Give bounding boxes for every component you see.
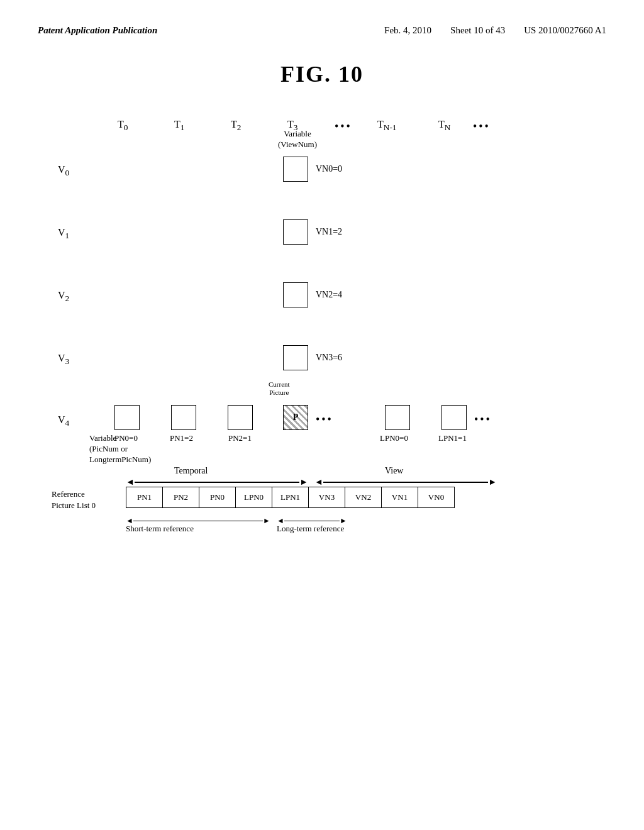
ref-cell-pn1: PN1 bbox=[126, 487, 163, 507]
temporal-label: Temporal bbox=[174, 466, 208, 476]
ref-cell-vn2: VN2 bbox=[345, 487, 382, 507]
ref-cell-vn1: VN1 bbox=[382, 487, 418, 507]
t1-label: T1 bbox=[174, 119, 184, 133]
v1-t3-box bbox=[283, 219, 308, 245]
header: Patent Application Publication Feb. 4, 2… bbox=[38, 25, 606, 36]
ref-cell-pn2: PN2 bbox=[163, 487, 199, 507]
v4-label: V4 bbox=[58, 414, 69, 428]
v4-t0-box bbox=[114, 405, 140, 430]
vn0-label: VN0=0 bbox=[316, 164, 342, 174]
publication-label: Patent Application Publication bbox=[38, 25, 157, 36]
v3-label: V3 bbox=[58, 353, 69, 367]
vn1-label: VN1=2 bbox=[316, 227, 342, 237]
tn-label: TN bbox=[438, 119, 450, 133]
vn2-label: VN2=4 bbox=[316, 290, 342, 300]
date-label: Feb. 4, 2010 bbox=[384, 25, 431, 36]
view-label: View bbox=[385, 466, 403, 476]
v4-t2-box bbox=[228, 405, 253, 430]
v2-t3-box bbox=[283, 282, 308, 307]
short-term-ref-label: Short-term reference bbox=[126, 524, 194, 534]
dots2: ••• bbox=[473, 120, 491, 133]
pn1-label: PN1=2 bbox=[170, 433, 193, 443]
dots3: ••• bbox=[316, 413, 333, 426]
fig-title: FIG. 10 bbox=[38, 61, 606, 87]
view-arrow-container: ◄ ► bbox=[314, 477, 497, 487]
page: Patent Application Publication Feb. 4, 2… bbox=[0, 0, 644, 830]
lpn0-label: LPN0=0 bbox=[380, 433, 408, 443]
v4-t1-box bbox=[171, 405, 196, 430]
ref-cell-lpn0: LPN0 bbox=[236, 487, 272, 507]
ref-table: PN1 PN2 PN0 LPN0 LPN1 VN3 VN2 VN1 VN0 bbox=[126, 487, 455, 508]
diagram-area: T0 T1 T2 T3 ••• TN-1 TN ••• Variable(Vie… bbox=[52, 119, 592, 609]
ref-cell-vn0: VN0 bbox=[418, 487, 455, 507]
v3-t3-box bbox=[283, 345, 308, 370]
ref-cell-lpn1: LPN1 bbox=[272, 487, 309, 507]
lpn1-label: LPN1=1 bbox=[438, 433, 467, 443]
p-letter: P bbox=[293, 412, 299, 423]
tn1-label: TN-1 bbox=[377, 119, 397, 133]
dots1: ••• bbox=[335, 120, 352, 133]
current-pic-box: P bbox=[283, 405, 308, 430]
v1-label: V1 bbox=[58, 227, 69, 241]
pn2-label: PN0=0 bbox=[114, 433, 138, 443]
variable-viewnum-label: Variable(ViewNum) bbox=[278, 129, 317, 150]
long-term-ref-label: Long-term reference bbox=[277, 524, 344, 534]
ref-list-label: ReferencePicture List 0 bbox=[52, 489, 96, 511]
ref-cell-pn0: PN0 bbox=[199, 487, 236, 507]
vn3-label: VN3=6 bbox=[316, 353, 342, 363]
v4-tn1-box bbox=[385, 405, 410, 430]
v0-label: V0 bbox=[58, 164, 69, 178]
sheet-label: Sheet 10 of 43 bbox=[450, 25, 505, 36]
t2-label: T2 bbox=[231, 119, 241, 133]
current-picture-label: CurrentPicture bbox=[269, 380, 290, 397]
header-right: Feb. 4, 2010 Sheet 10 of 43 US 2010/0027… bbox=[384, 25, 606, 36]
temporal-arrow-container: ◄ ► bbox=[126, 477, 308, 487]
patent-label: US 2010/0027660 A1 bbox=[524, 25, 606, 36]
pn0-label: PN2=1 bbox=[228, 433, 252, 443]
v4-tn-box bbox=[441, 405, 467, 430]
t0-label: T0 bbox=[118, 119, 128, 133]
dots4: ••• bbox=[474, 413, 492, 426]
v2-label: V2 bbox=[58, 290, 69, 304]
ref-cell-vn3: VN3 bbox=[309, 487, 345, 507]
v0-t3-box bbox=[283, 157, 308, 182]
